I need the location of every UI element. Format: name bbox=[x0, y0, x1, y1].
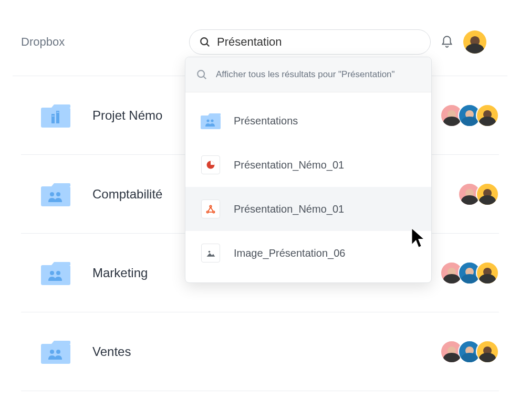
svg-rect-6 bbox=[58, 112, 59, 113]
suggestion-label: Image_Présentation_06 bbox=[234, 247, 345, 259]
folder-shared-icon bbox=[40, 181, 71, 207]
show-all-results-label: Afficher tous les résultats pour "Présen… bbox=[216, 69, 395, 80]
folder-icon bbox=[40, 102, 71, 129]
suggestion-list: Présentations Présentation_Némo_01 bbox=[185, 92, 431, 282]
search-area bbox=[189, 29, 499, 55]
search-field[interactable] bbox=[189, 29, 431, 55]
shared-avatars bbox=[445, 340, 499, 363]
avatar[interactable] bbox=[476, 261, 499, 285]
svg-point-27 bbox=[209, 251, 211, 253]
svg-line-19 bbox=[204, 77, 206, 79]
svg-point-14 bbox=[56, 271, 60, 275]
suggestion-item[interactable]: Présentation_Némo_01 bbox=[185, 187, 431, 231]
svg-point-13 bbox=[50, 271, 54, 275]
svg-point-25 bbox=[207, 211, 209, 213]
svg-point-11 bbox=[56, 192, 60, 196]
search-input[interactable] bbox=[217, 35, 421, 49]
svg-rect-8 bbox=[54, 116, 55, 117]
folder-shared-icon bbox=[200, 110, 221, 131]
suggestion-label: Présentations bbox=[234, 115, 298, 127]
shared-avatars bbox=[445, 261, 499, 285]
notifications-icon[interactable] bbox=[440, 35, 454, 49]
svg-point-26 bbox=[213, 211, 214, 213]
image-icon bbox=[200, 243, 221, 264]
svg-point-22 bbox=[211, 119, 213, 122]
cursor-pointer-icon bbox=[410, 227, 428, 251]
suggestion-item[interactable]: Présentations bbox=[185, 99, 431, 143]
svg-rect-9 bbox=[41, 186, 70, 206]
avatar[interactable] bbox=[476, 183, 499, 206]
show-all-results[interactable]: Afficher tous les résultats pour "Présen… bbox=[185, 57, 431, 92]
avatar[interactable] bbox=[476, 104, 499, 127]
folder-shared-icon bbox=[40, 260, 71, 286]
svg-rect-7 bbox=[52, 116, 53, 117]
svg-point-0 bbox=[201, 38, 207, 45]
svg-rect-5 bbox=[57, 112, 58, 113]
svg-point-17 bbox=[56, 350, 60, 354]
svg-rect-15 bbox=[41, 344, 70, 364]
canvas-icon bbox=[200, 198, 221, 219]
shared-avatars bbox=[445, 104, 499, 127]
svg-rect-3 bbox=[51, 114, 55, 123]
svg-point-21 bbox=[206, 119, 209, 122]
svg-rect-20 bbox=[201, 116, 221, 129]
suggestion-item[interactable]: Présentation_Némo_01 bbox=[185, 143, 431, 187]
svg-rect-2 bbox=[41, 108, 70, 128]
svg-point-10 bbox=[50, 192, 54, 196]
svg-point-16 bbox=[50, 350, 54, 354]
folder-row[interactable]: Ventes bbox=[21, 312, 499, 391]
search-suggestions-dropdown: Afficher tous les résultats pour "Présen… bbox=[185, 57, 432, 283]
search-icon bbox=[199, 36, 211, 48]
brand-title: Dropbox bbox=[21, 35, 179, 49]
svg-rect-12 bbox=[41, 265, 70, 285]
folder-name: Ventes bbox=[92, 344, 445, 359]
avatar[interactable] bbox=[476, 340, 499, 363]
powerpoint-icon bbox=[200, 154, 221, 175]
suggestion-label: Présentation_Némo_01 bbox=[234, 203, 344, 215]
svg-line-1 bbox=[207, 44, 210, 47]
search-icon bbox=[196, 69, 207, 80]
folder-shared-icon bbox=[40, 339, 71, 365]
svg-point-24 bbox=[210, 205, 211, 207]
shared-avatars bbox=[463, 183, 499, 206]
user-avatar[interactable] bbox=[463, 30, 486, 54]
suggestion-label: Présentation_Némo_01 bbox=[234, 159, 344, 171]
svg-point-18 bbox=[197, 70, 204, 77]
suggestion-item[interactable]: Image_Présentation_06 bbox=[185, 231, 431, 275]
